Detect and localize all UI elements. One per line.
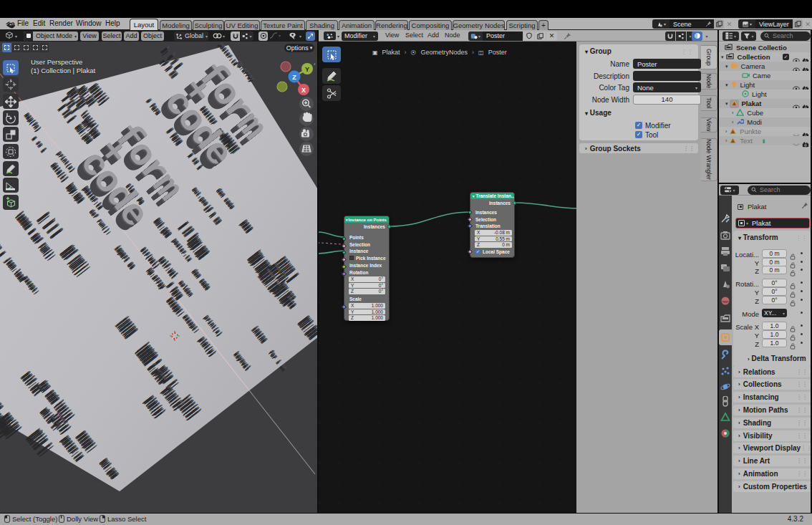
- svg-text:X: X: [301, 87, 306, 94]
- svg-text:Z: Z: [292, 74, 296, 81]
- svg-text:Y: Y: [305, 66, 309, 73]
